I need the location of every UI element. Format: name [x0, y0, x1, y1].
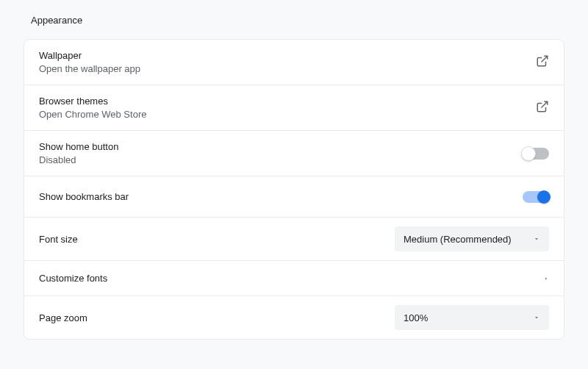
themes-row[interactable]: Browser themes Open Chrome Web Store	[24, 85, 564, 131]
wallpaper-text: Wallpaper Open the wallpaper app	[39, 50, 140, 74]
page-zoom-select[interactable]: 100%	[395, 305, 549, 330]
home-button-sub: Disabled	[39, 154, 118, 165]
page-zoom-title: Page zoom	[39, 312, 87, 323]
wallpaper-row[interactable]: Wallpaper Open the wallpaper app	[24, 40, 564, 85]
svg-line-0	[542, 56, 548, 62]
svg-line-1	[542, 101, 548, 107]
font-size-select[interactable]: Medium (Recommended)	[395, 226, 549, 251]
wallpaper-sub: Open the wallpaper app	[39, 63, 140, 74]
font-size-title: Font size	[39, 234, 78, 245]
home-button-title: Show home button	[39, 141, 118, 152]
home-button-text: Show home button Disabled	[39, 141, 118, 165]
appearance-card: Wallpaper Open the wallpaper app Browser…	[24, 39, 564, 340]
page-zoom-row: Page zoom 100%	[24, 296, 564, 339]
home-button-toggle[interactable]	[523, 148, 549, 160]
themes-text: Browser themes Open Chrome Web Store	[39, 96, 146, 120]
chevron-right-icon	[543, 273, 549, 284]
section-title: Appearance	[24, 15, 564, 26]
home-button-row: Show home button Disabled	[24, 131, 564, 176]
external-link-icon	[536, 100, 549, 115]
external-link-icon	[536, 54, 549, 70]
bookmarks-bar-toggle[interactable]	[523, 191, 549, 203]
customize-fonts-title: Customize fonts	[39, 273, 107, 284]
themes-sub: Open Chrome Web Store	[39, 109, 146, 120]
font-size-value: Medium (Recommended)	[404, 234, 512, 245]
wallpaper-title: Wallpaper	[39, 50, 140, 61]
themes-title: Browser themes	[39, 96, 146, 107]
bookmarks-bar-text: Show bookmarks bar	[39, 191, 129, 202]
bookmarks-bar-title: Show bookmarks bar	[39, 191, 129, 202]
page-zoom-value: 100%	[404, 312, 428, 323]
chevron-down-icon	[533, 234, 540, 245]
bookmarks-bar-row: Show bookmarks bar	[24, 176, 564, 218]
customize-fonts-row[interactable]: Customize fonts	[24, 261, 564, 296]
chevron-down-icon	[533, 312, 540, 323]
font-size-row: Font size Medium (Recommended)	[24, 218, 564, 261]
